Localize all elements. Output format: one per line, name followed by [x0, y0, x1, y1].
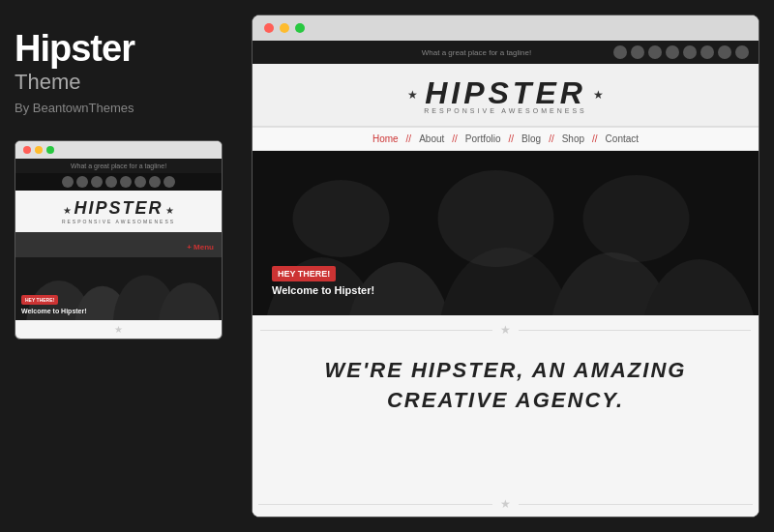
large-nav: Home // About // Portfolio // Blog // Sh… [253, 127, 759, 151]
agency-text-line1: WE'RE HIPSTER, AN AMAZING [272, 356, 739, 386]
bottom-divider-line-left [258, 504, 492, 505]
small-logo-sub: RESPONSIVE AWESOMENESS [23, 219, 214, 224]
large-browser: What a great place for a tagline! ★ [252, 15, 759, 517]
right-panel: What a great place for a tagline! ★ [237, 0, 774, 532]
bottom-divider-star: ★ [500, 497, 511, 511]
small-dot-green [46, 146, 54, 154]
small-hero-badge: HEY THERE! Welcome to Hipster! [21, 288, 87, 314]
small-star-divider: ★ [15, 320, 222, 339]
hey-there-badge: HEY THERE! [272, 266, 336, 281]
nav-item-portfolio[interactable]: Portfolio [458, 133, 509, 144]
top-divider-area: ★ [253, 315, 759, 344]
nav-item-blog[interactable]: Blog [514, 133, 549, 144]
large-logo-wrapper: ★ HIPSTER RESPONSIVE AWESOMENESS ★ [264, 75, 747, 114]
small-menu-label: + Menu [187, 243, 214, 251]
large-dot-yellow [280, 23, 289, 33]
large-dot-red [264, 23, 274, 33]
divider-line-right [519, 330, 751, 331]
small-social-icon-4 [105, 176, 117, 188]
bottom-divider-area: ★ [253, 491, 759, 517]
small-browser-preview: What a great place for a tagline! ★ HIPS… [15, 140, 223, 340]
large-social-icon-4 [666, 45, 679, 59]
theme-subtitle: Theme [15, 70, 223, 95]
svg-rect-14 [438, 170, 554, 267]
theme-author: By BeantownThemes [15, 101, 223, 115]
large-tagline: What a great place for a tagline! [340, 48, 613, 57]
large-logo-area: ★ HIPSTER RESPONSIVE AWESOMENESS ★ [253, 64, 759, 127]
small-divider-star: ★ [114, 324, 123, 335]
nav-item-contact[interactable]: Contact [598, 133, 646, 144]
small-logo-stars: ★ HIPSTER ★ [23, 198, 214, 219]
small-browser-chrome [15, 141, 222, 159]
nav-item-shop[interactable]: Shop [554, 133, 592, 144]
small-social-icon-7 [149, 176, 161, 188]
large-dot-green [295, 23, 305, 33]
small-social-bar [15, 173, 222, 191]
theme-title-section: Hipster Theme By BeantownThemes [15, 19, 223, 125]
large-social-icon-6 [700, 45, 714, 59]
small-social-icon-8 [164, 176, 175, 188]
large-social-bar [613, 45, 749, 59]
welcome-text: Welcome to Hipster! [272, 284, 374, 296]
large-topbar: What a great place for a tagline! [253, 41, 759, 64]
large-browser-body: What a great place for a tagline! ★ [253, 41, 759, 517]
small-social-icon-2 [76, 176, 88, 188]
agency-text-line2: CREATIVE AGENCY. [272, 386, 739, 416]
small-logo-area: ★ HIPSTER ★ RESPONSIVE AWESOMENESS [15, 191, 222, 232]
large-social-icon-8 [735, 45, 749, 59]
large-social-icon-3 [648, 45, 662, 59]
small-menu-bar: + Menu [15, 232, 222, 257]
large-logo-center: HIPSTER RESPONSIVE AWESOMENESS [424, 75, 586, 114]
small-topbar: What a great place for a tagline! [15, 159, 222, 173]
small-hey-there: HEY THERE! [21, 295, 58, 305]
nav-item-about[interactable]: About [411, 133, 452, 144]
large-logo-sub: RESPONSIVE AWESOMENESS [424, 107, 586, 114]
small-dot-red [23, 146, 31, 154]
large-hero: HEY THERE! Welcome to Hipster! [253, 151, 759, 315]
nav-item-home[interactable]: Home [365, 133, 406, 144]
small-social-icon-6 [134, 176, 146, 188]
small-welcome-text: Welcome to Hipster! [21, 308, 87, 314]
agency-section: WE'RE HIPSTER, AN AMAZING CREATIVE AGENC… [253, 344, 759, 491]
small-star-right: ★ [165, 205, 174, 216]
large-social-icon-1 [613, 45, 627, 59]
large-browser-chrome [253, 15, 759, 41]
large-social-icon-7 [718, 45, 731, 59]
large-social-icon-5 [683, 45, 697, 59]
bottom-divider-line-right [519, 504, 753, 505]
theme-name: Hipster [15, 29, 223, 70]
large-star-right: ★ [593, 88, 604, 102]
divider-line-left [260, 330, 492, 331]
small-social-icon-3 [91, 176, 103, 188]
small-tagline: What a great place for a tagline! [23, 163, 214, 169]
large-logo-text: HIPSTER [424, 75, 586, 111]
small-social-icon-5 [120, 176, 132, 188]
small-hero: HEY THERE! Welcome to Hipster! [15, 257, 222, 320]
left-panel: Hipster Theme By BeantownThemes What a g… [0, 0, 237, 532]
large-hero-badge: HEY THERE! Welcome to Hipster! [272, 263, 374, 296]
svg-rect-13 [293, 180, 390, 257]
small-logo-text: HIPSTER [74, 198, 163, 218]
small-dot-yellow [35, 146, 43, 154]
large-star-left: ★ [407, 88, 418, 102]
divider-star-top: ★ [500, 323, 511, 337]
small-star-left: ★ [63, 205, 72, 216]
small-social-icon-1 [62, 176, 74, 188]
large-social-icon-2 [631, 45, 644, 59]
svg-rect-15 [583, 175, 690, 262]
small-browser-body: What a great place for a tagline! ★ HIPS… [15, 159, 222, 339]
